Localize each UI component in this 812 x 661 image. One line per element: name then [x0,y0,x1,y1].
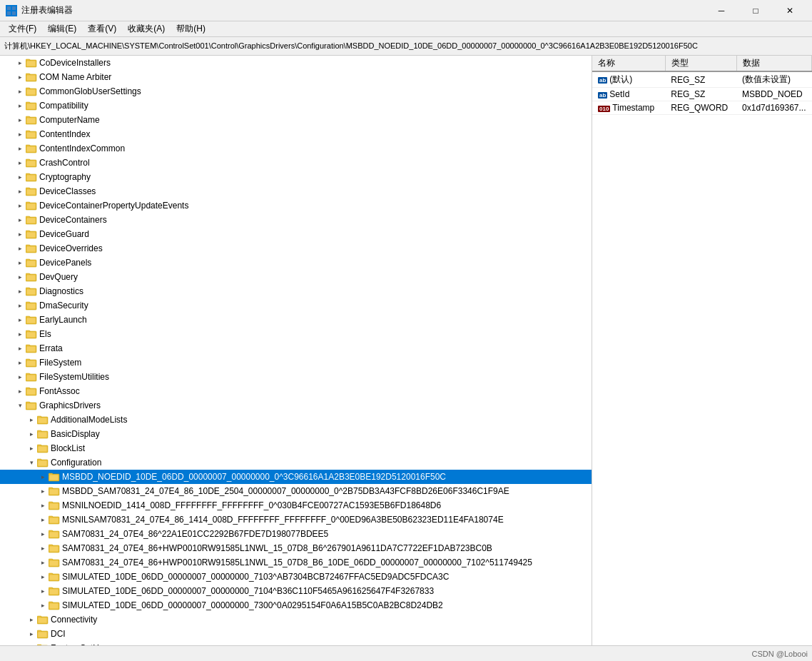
expand-icon[interactable]: ▸ [14,114,26,126]
tree-item[interactable]: ▸ MSNILNOEDID_1414_008D_FFFFFFFF_FFFFFFF… [0,498,592,513]
tree-item[interactable]: ▸ Connectivity [0,612,592,627]
tree-item[interactable]: ▸ FileSystemUtilities [0,370,592,384]
expand-icon[interactable]: ▸ [37,557,49,568]
tree-item[interactable]: ▸ FontAssoc [0,384,592,398]
tree-item[interactable]: ▸ SAM70831_24_07E4_86+HWP0010RW91585L1NW… [0,541,592,555]
tree-item[interactable]: ▸ DeviceContainers [0,213,592,227]
tree-item[interactable]: ▸ DeviceGuard [0,227,592,241]
folder-icon [37,458,49,468]
tree-item[interactable]: ▸ Diagnostics [0,284,592,298]
tree-item[interactable]: ▸ SIMULATED_10DE_06DD_00000007_00000000_… [0,570,592,584]
expand-icon[interactable]: ▸ [26,642,37,645]
expand-icon[interactable]: ▸ [14,57,26,69]
tree-item[interactable]: ▸ FeatureSetUsage [0,641,592,645]
expand-icon[interactable]: ▸ [37,514,49,525]
tree-item[interactable]: ▸ ContentIndexCommon [0,141,592,156]
expand-icon[interactable]: ▸ [26,428,37,440]
expand-icon[interactable]: ▸ [37,585,49,597]
tree-item[interactable]: ▸ DeviceOverrides [0,241,592,256]
tree-item[interactable]: ▸ Compatibility [0,99,592,113]
expand-icon[interactable]: ▸ [14,357,26,368]
tree-item[interactable]: ▸ ContentIndex [0,127,592,141]
expand-icon[interactable]: ▸ [14,228,26,240]
expand-icon[interactable]: ▸ [14,343,26,354]
tree-item[interactable]: ▸ Els [0,327,592,341]
menu-help[interactable]: 帮助(H) [171,21,211,36]
expand-icon[interactable]: ▸ [14,271,26,283]
tree-item[interactable]: ▸ EarlyLaunch [0,313,592,327]
expand-icon[interactable]: ▸ [14,143,26,154]
tree-item[interactable]: ▸ Cryptography [0,170,592,184]
expand-icon[interactable]: ▸ [14,100,26,111]
tree-item[interactable]: ▸ SIMULATED_10DE_06DD_00000007_00000000_… [0,598,592,612]
expand-icon[interactable]: ▸ [37,571,49,582]
expand-icon[interactable]: ▸ [14,257,26,268]
tree-item[interactable]: ▸ CommonGlobUserSettings [0,84,592,99]
menu-edit[interactable]: 编辑(E) [42,21,82,36]
expand-icon[interactable]: ▸ [14,157,26,168]
tree-item[interactable]: ▸ DevQuery [0,270,592,284]
tree-item[interactable]: ▾ GraphicsDrivers [0,398,592,413]
tree-item[interactable]: ▸ CoDeviceInstallers [0,56,592,70]
expand-icon[interactable]: ▸ [37,600,49,611]
tree-item[interactable]: ▸ BasicDisplay [0,427,592,441]
expand-icon[interactable]: ▸ [14,71,26,83]
table-row[interactable]: ab(默认)REG_SZ(数值未设置) [592,71,812,88]
expand-icon[interactable]: ▸ [14,86,26,97]
tree-item[interactable]: ▸ DeviceContainerPropertyUpdateEvents [0,198,592,213]
tree-item[interactable]: ▸ DevicePanels [0,256,592,270]
expand-icon[interactable]: ▸ [14,214,26,226]
expand-icon[interactable]: ▸ [14,286,26,297]
menu-view[interactable]: 查看(V) [82,21,122,36]
expand-icon[interactable]: ▸ [14,328,26,340]
menu-favorites[interactable]: 收藏夹(A) [122,21,171,36]
menu-file[interactable]: 文件(F) [3,21,42,36]
tree-item[interactable]: ▸ FileSystem [0,355,592,370]
tree-item[interactable]: ▸ Errata [0,341,592,355]
expand-icon[interactable]: ▸ [14,300,26,311]
tree-item[interactable]: ▸ SAM70831_24_07E4_86^22A1E01CC2292B67FD… [0,527,592,541]
expand-icon[interactable]: ▸ [14,186,26,197]
tree-item[interactable]: ▸ SAM70831_24_07E4_86+HWP0010RW91585L1NW… [0,555,592,570]
expand-icon[interactable]: ▾ [14,400,26,411]
tree-item[interactable]: ▸ DeviceClasses [0,184,592,198]
expand-icon[interactable]: ▸ [14,371,26,383]
table-row[interactable]: abSetIdREG_SZMSBDD_NOED [592,88,812,101]
expand-icon[interactable]: ▸ [26,443,37,454]
expand-icon[interactable]: ▸ [37,500,49,511]
tree-item[interactable]: ▾ Configuration [0,455,592,470]
expand-icon[interactable]: ▸ [14,385,26,397]
tree-item[interactable]: ▸ CrashControl [0,156,592,170]
tree-item[interactable]: ▸ COM Name Arbiter [0,70,592,84]
tree-item[interactable]: ▸ ComputerName [0,113,592,127]
folder-icon [26,343,37,353]
expand-icon[interactable]: ▸ [26,414,37,425]
expand-icon[interactable]: ▾ [26,457,37,468]
tree-scroll[interactable]: ▸ CoDeviceInstallers▸ COM Name Arbiter▸ … [0,56,592,645]
maximize-button[interactable]: □ [739,0,772,21]
address-path[interactable]: 计算机\HKEY_LOCAL_MACHINE\SYSTEM\ControlSet… [4,41,808,51]
tree-item[interactable]: ▸ BlockList [0,441,592,455]
minimize-button[interactable]: ─ [705,0,738,21]
expand-icon[interactable]: ▸ [14,243,26,254]
expand-icon[interactable]: ▸ [14,314,26,326]
expand-icon[interactable]: ▸ [37,471,49,483]
tree-item[interactable]: ▸ MSBDD_SAM70831_24_07E4_86_10DE_2504_00… [0,484,592,498]
registry-values-table[interactable]: 名称 类型 数据 ab(默认)REG_SZ(数值未设置)abSetIdREG_S… [592,56,812,645]
close-button[interactable]: ✕ [773,0,806,21]
expand-icon[interactable]: ▸ [26,628,37,640]
tree-item[interactable]: ▸ AdditionalModeLists [0,413,592,427]
tree-item[interactable]: ▸ MSNILSAM70831_24_07E4_86_1414_008D_FFF… [0,513,592,527]
tree-item[interactable]: ▸ MSBDD_NOEDID_10DE_06DD_00000007_000000… [0,470,592,484]
tree-item[interactable]: ▸ DmaSecurity [0,298,592,313]
expand-icon[interactable]: ▸ [37,485,49,497]
expand-icon[interactable]: ▸ [26,614,37,625]
tree-item[interactable]: ▸ SIMULATED_10DE_06DD_00000007_00000000_… [0,584,592,598]
tree-item[interactable]: ▸ DCI [0,627,592,641]
expand-icon[interactable]: ▸ [37,528,49,540]
expand-icon[interactable]: ▸ [37,543,49,554]
expand-icon[interactable]: ▸ [14,171,26,183]
expand-icon[interactable]: ▸ [14,200,26,211]
table-row[interactable]: 010TimestampREG_QWORD0x1d7d169367... [592,101,812,115]
expand-icon[interactable]: ▸ [14,128,26,140]
